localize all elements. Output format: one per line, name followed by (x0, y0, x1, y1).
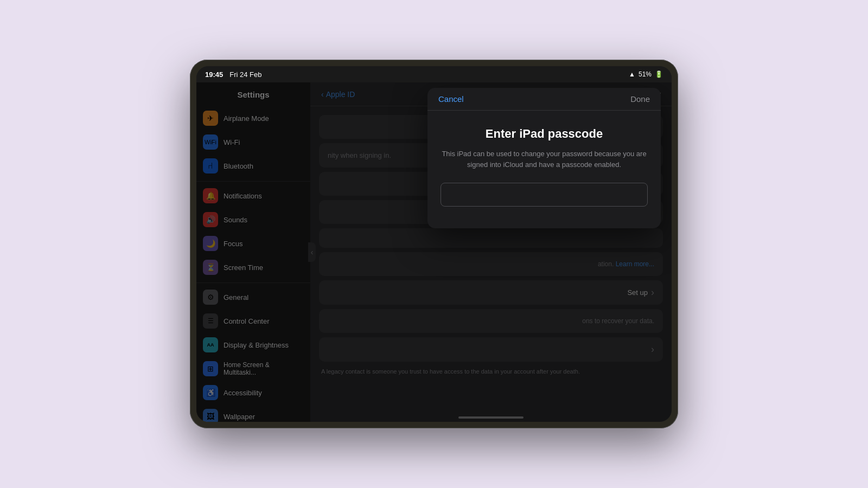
cancel-button[interactable]: Cancel (438, 94, 464, 104)
screen-body: Settings ✈ Airplane Mode WiFi Wi-Fi (196, 82, 672, 422)
modal-overlay: Cancel Done Enter iPad passcode This iPa… (196, 82, 672, 422)
wifi-icon: ▲ (629, 70, 635, 78)
ipad-shell: 19:45 Fri 24 Feb ▲ 51% 🔋 Settings (190, 60, 678, 428)
status-date: Fri 24 Feb (229, 70, 261, 79)
passcode-modal: Cancel Done Enter iPad passcode This iPa… (427, 88, 661, 228)
modal-body: Enter iPad passcode This iPad can be use… (427, 111, 661, 228)
ipad-screen: 19:45 Fri 24 Feb ▲ 51% 🔋 Settings (196, 66, 672, 422)
modal-title: Enter iPad passcode (441, 127, 648, 141)
status-right: ▲ 51% 🔋 (629, 70, 663, 78)
passcode-input[interactable] (441, 183, 648, 207)
battery-percentage: 51% (639, 70, 652, 78)
battery-icon: 🔋 (655, 70, 663, 78)
status-time: 19:45 (205, 70, 223, 79)
done-button: Done (630, 94, 650, 104)
modal-header: Cancel Done (427, 88, 661, 111)
status-bar: 19:45 Fri 24 Feb ▲ 51% 🔋 (196, 66, 672, 82)
modal-subtitle: This iPad can be used to change your pas… (441, 149, 648, 170)
